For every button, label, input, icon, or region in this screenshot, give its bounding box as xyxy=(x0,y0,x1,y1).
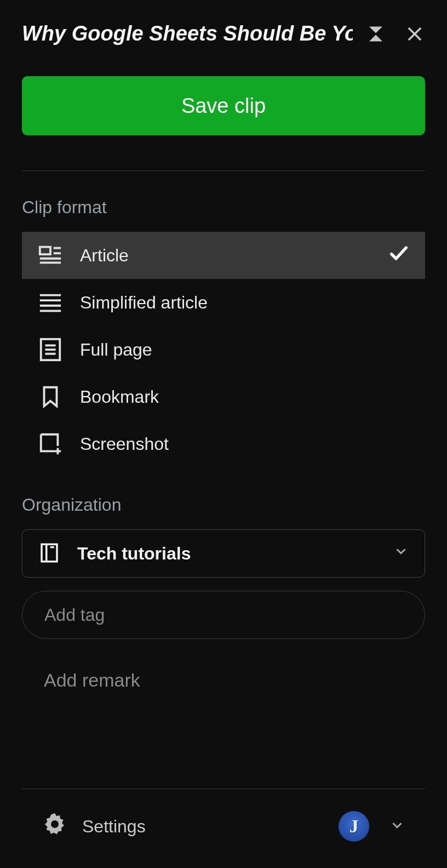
screenshot-icon xyxy=(37,431,64,457)
chevron-down-icon xyxy=(393,543,409,564)
notebook-select[interactable]: Tech tutorials xyxy=(22,529,425,578)
format-label: Screenshot xyxy=(80,434,410,454)
divider xyxy=(22,170,425,171)
format-label: Full page xyxy=(80,340,410,360)
page-title: Why Google Sheets Should Be Yo xyxy=(22,22,353,45)
format-screenshot[interactable]: Screenshot xyxy=(22,420,425,467)
footer: Settings J xyxy=(22,789,425,868)
format-label: Article xyxy=(80,245,388,266)
save-clip-button[interactable]: Save clip xyxy=(22,76,425,135)
bookmark-icon xyxy=(37,384,64,410)
add-remark-button[interactable]: Add remark xyxy=(22,670,162,691)
format-simplified-article[interactable]: Simplified article xyxy=(22,279,425,326)
tag-input[interactable] xyxy=(44,605,403,625)
simplified-article-icon xyxy=(37,289,64,316)
close-icon[interactable] xyxy=(404,24,425,44)
account-chevron-down-icon[interactable] xyxy=(389,817,405,836)
settings-button[interactable]: Settings xyxy=(42,811,146,842)
clip-format-list: Article Simplified article xyxy=(22,232,425,467)
notebook-name: Tech tutorials xyxy=(77,544,393,564)
organization-label: Organization xyxy=(22,495,425,515)
clip-format-label: Clip format xyxy=(22,197,425,218)
svg-rect-2 xyxy=(40,247,50,254)
format-full-page[interactable]: Full page xyxy=(22,326,425,373)
format-label: Bookmark xyxy=(80,387,410,407)
footer-right: J xyxy=(339,811,405,842)
format-bookmark[interactable]: Bookmark xyxy=(22,373,425,420)
hourglass-icon[interactable] xyxy=(366,24,386,44)
notebook-icon xyxy=(38,541,62,566)
organization-section: Organization Tech tutorials Add remark xyxy=(22,495,425,691)
header: Why Google Sheets Should Be Yo xyxy=(22,22,425,45)
tag-input-wrap xyxy=(22,591,425,639)
header-actions xyxy=(366,24,425,44)
article-icon xyxy=(37,242,64,269)
clipper-panel: Why Google Sheets Should Be Yo Save clip… xyxy=(0,0,447,868)
full-page-icon xyxy=(37,336,64,363)
settings-label: Settings xyxy=(82,816,146,837)
format-article[interactable]: Article xyxy=(22,232,425,279)
avatar[interactable]: J xyxy=(339,811,369,842)
format-label: Simplified article xyxy=(80,293,410,313)
gear-icon xyxy=(42,811,68,842)
check-icon xyxy=(388,242,410,269)
svg-rect-17 xyxy=(42,544,57,562)
